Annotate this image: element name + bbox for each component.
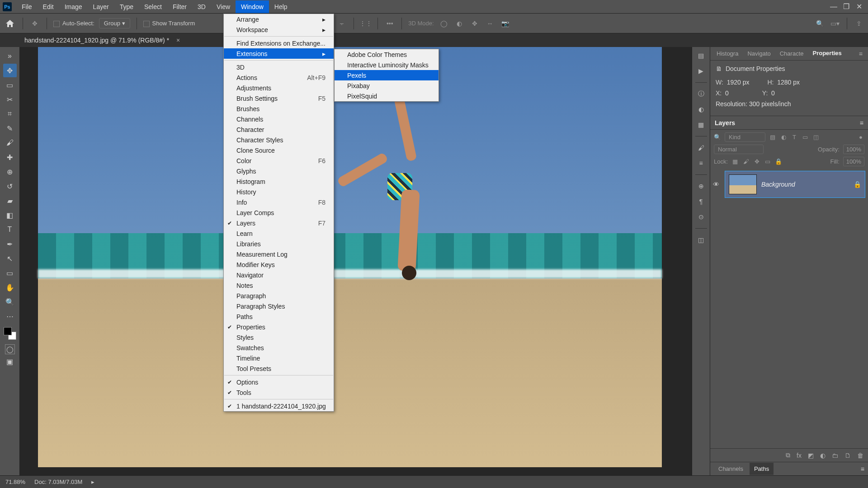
mi-extensions[interactable]: Extensions▸ (224, 48, 334, 59)
mi-styles[interactable]: Styles (224, 332, 334, 343)
eyedropper-tool[interactable]: ✎ (3, 122, 17, 135)
menu-window[interactable]: Window (236, 0, 269, 13)
quick-mask-icon[interactable]: ◯ (5, 344, 15, 354)
align-right-icon[interactable]: ⫟ (336, 18, 347, 29)
canvas-area[interactable] (20, 47, 692, 475)
new-layer-icon[interactable]: 🗋 (844, 452, 851, 459)
gradient-tool[interactable]: ◧ (3, 208, 17, 222)
zoom-level[interactable]: 71.88% (5, 479, 25, 485)
filter-search-icon[interactable]: 🔍 (714, 134, 721, 141)
clone-source-panel-icon[interactable]: ⊕ (695, 180, 707, 192)
mi-modifier-keys[interactable]: Modifier Keys (224, 259, 334, 270)
zoom-tool[interactable]: 🔍 (3, 295, 17, 309)
mi-arrange[interactable]: Arrange▸ (224, 14, 334, 24)
shape-tool[interactable]: ▭ (3, 266, 17, 280)
menu-edit[interactable]: Edit (38, 0, 59, 13)
show-transform-checkbox[interactable]: Show Transform (143, 19, 195, 27)
3d-slide-icon[interactable]: ↔ (485, 18, 495, 29)
hand-tool[interactable]: ✋ (3, 281, 17, 294)
lock-pixels-icon[interactable]: ▦ (731, 158, 739, 165)
mi-channels[interactable]: Channels (224, 114, 334, 124)
layer-fx-icon[interactable]: fx (797, 452, 802, 459)
lasso-tool[interactable]: ✂ (3, 93, 17, 106)
mi-learn[interactable]: Learn (224, 228, 334, 239)
ext-adobe-color[interactable]: Adobe Color Themes (335, 49, 439, 60)
mi-actions[interactable]: ActionsAlt+F9 (224, 72, 334, 83)
screen-mode-icon[interactable]: ▣ (3, 355, 17, 368)
clone-tool[interactable]: ⊕ (3, 165, 17, 178)
eraser-tool[interactable]: ▰ (3, 194, 17, 207)
3d-camera-icon[interactable]: 📷 (500, 18, 511, 29)
layer-visibility-icon[interactable]: 👁 (710, 181, 722, 188)
layer-mask-icon[interactable]: ◩ (808, 452, 814, 459)
distribute-icon[interactable]: ⋮⋮ (360, 18, 371, 29)
layer-thumbnail[interactable] (729, 174, 757, 194)
menu-layer[interactable]: Layer (88, 0, 114, 13)
mi-paths[interactable]: Paths (224, 311, 334, 322)
mi-color[interactable]: ColorF6 (224, 155, 334, 166)
close-tab-icon[interactable]: × (176, 37, 180, 44)
mi-character-styles[interactable]: Character Styles (224, 135, 334, 145)
menu-help[interactable]: Help (269, 0, 293, 13)
mi-brushes[interactable]: Brushes (224, 103, 334, 114)
brush-tool[interactable]: 🖌 (3, 136, 17, 150)
filter-adjust-icon[interactable]: ◐ (780, 134, 787, 141)
tab-character[interactable]: Characte (776, 47, 807, 60)
edit-toolbar-icon[interactable]: ⋯ (3, 310, 17, 323)
adjustment-layer-icon[interactable]: ◐ (820, 452, 826, 459)
tab-paths[interactable]: Paths (750, 463, 774, 475)
color-swatches[interactable] (4, 327, 16, 340)
history-panel-icon[interactable]: ▤ (695, 50, 707, 61)
ext-pixelsquid[interactable]: PixelSquid (335, 91, 439, 101)
filter-type-icon[interactable]: T (791, 134, 798, 141)
mi-clone-source[interactable]: Clone Source (224, 145, 334, 155)
layer-row[interactable]: Background 🔒 (725, 171, 865, 198)
mi-tool-presets[interactable]: Tool Presets (224, 363, 334, 374)
info-panel-icon[interactable]: ⓘ (695, 88, 707, 100)
filter-smart-icon[interactable]: ◫ (812, 134, 820, 141)
lock-all-icon[interactable]: 🔒 (775, 158, 782, 165)
ext-interactive-luminosity[interactable]: Interactive Luminosity Masks (335, 60, 439, 70)
mi-histogram[interactable]: Histogram (224, 176, 334, 187)
3d-roll-icon[interactable]: ◐ (454, 18, 465, 29)
window-restore-icon[interactable]: ❐ (840, 2, 853, 11)
tab-navigator[interactable]: Navigato (744, 47, 774, 60)
lock-brush-icon[interactable]: 🖌 (742, 158, 750, 165)
more-options-icon[interactable]: ••• (384, 18, 395, 29)
lock-artboard-icon[interactable]: ▭ (764, 158, 771, 165)
menu-select[interactable]: Select (139, 0, 167, 13)
group-layers-icon[interactable]: 🗀 (832, 452, 838, 459)
search-icon[interactable]: 🔍 (814, 18, 825, 29)
mi-layer-comps[interactable]: Layer Comps (224, 207, 334, 218)
window-minimize-icon[interactable]: — (827, 3, 840, 11)
path-select-tool[interactable]: ↖ (3, 252, 17, 265)
delete-layer-icon[interactable]: 🗑 (857, 452, 863, 459)
menu-filter[interactable]: Filter (167, 0, 192, 13)
menu-type[interactable]: Type (114, 0, 139, 13)
tab-histogram[interactable]: Histogra (713, 47, 742, 60)
mi-libraries[interactable]: Libraries (224, 239, 334, 249)
mi-find-extensions[interactable]: Find Extensions on Exchange... (224, 38, 334, 48)
color-panel-icon[interactable]: ◐ (695, 103, 707, 115)
pen-tool[interactable]: ✒ (3, 237, 17, 251)
channels-panel-menu-icon[interactable]: ≡ (861, 465, 864, 473)
mi-options[interactable]: ✔Options (224, 377, 334, 387)
auto-select-dropdown[interactable]: Group ▾ (99, 18, 130, 28)
mi-open-doc-1[interactable]: ✔1 handstand-2224104_1920.jpg (224, 401, 334, 411)
move-tool[interactable]: ✥ (3, 64, 17, 77)
mi-navigator[interactable]: Navigator (224, 270, 334, 280)
3d-pan-icon[interactable]: ✥ (469, 18, 480, 29)
home-icon[interactable] (4, 17, 16, 30)
brush-settings-panel-icon[interactable]: 🖌 (695, 142, 707, 154)
mi-properties[interactable]: ✔Properties (224, 322, 334, 332)
tab-channels[interactable]: Channels (714, 463, 748, 475)
crop-tool[interactable]: ⌗ (3, 107, 17, 121)
healing-tool[interactable]: ✚ (3, 150, 17, 164)
mi-info[interactable]: InfoF8 (224, 197, 334, 207)
mi-character[interactable]: Character (224, 124, 334, 135)
mi-paragraph-styles[interactable]: Paragraph Styles (224, 301, 334, 311)
mi-timeline[interactable]: Timeline (224, 353, 334, 363)
libraries-panel-icon[interactable]: ◫ (695, 234, 707, 246)
filter-pixel-icon[interactable]: ▧ (769, 134, 776, 141)
mi-tools[interactable]: ✔Tools (224, 387, 334, 398)
